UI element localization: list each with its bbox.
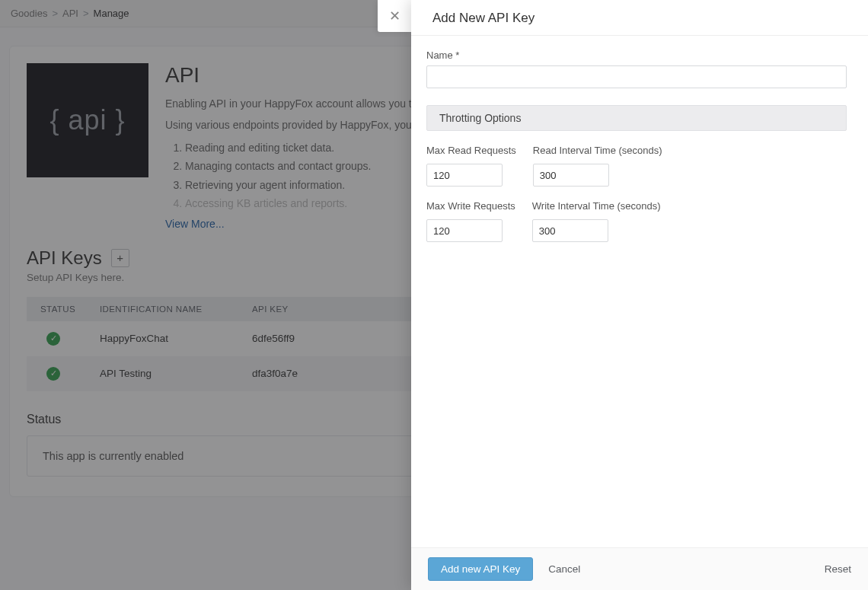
panel-title: Add New API Key (411, 0, 868, 36)
cancel-button[interactable]: Cancel (548, 563, 580, 575)
read-interval-input[interactable] (533, 164, 609, 187)
close-icon: ✕ (389, 8, 400, 24)
max-read-label: Max Read Requests (426, 145, 516, 156)
name-label: Name * (426, 49, 847, 61)
max-write-label: Max Write Requests (426, 200, 515, 212)
reset-button[interactable]: Reset (825, 563, 851, 575)
throttling-section-header[interactable]: Throtting Options (426, 105, 847, 131)
add-api-key-panel: Add New API Key Name * Throtting Options… (411, 0, 868, 590)
write-interval-label: Write Interval Time (seconds) (532, 200, 661, 212)
read-interval-label: Read Interval Time (seconds) (533, 145, 662, 156)
max-read-input[interactable] (426, 164, 503, 187)
max-write-input[interactable] (426, 219, 503, 242)
close-panel-button[interactable]: ✕ (378, 0, 411, 32)
submit-button[interactable]: Add new API Key (428, 557, 533, 581)
name-input[interactable] (426, 65, 847, 88)
write-interval-input[interactable] (532, 219, 608, 242)
panel-footer: Add new API Key Cancel Reset (411, 547, 868, 590)
